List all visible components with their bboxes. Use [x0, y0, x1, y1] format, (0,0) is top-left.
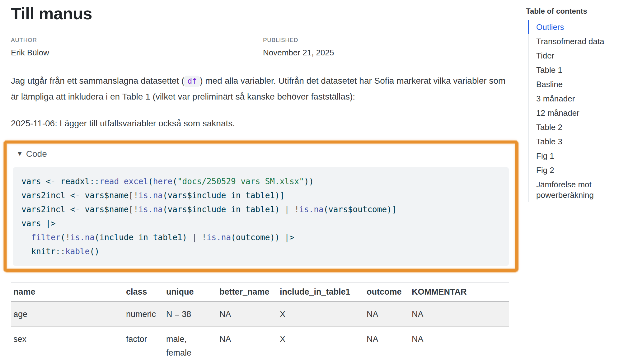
toc-link-3-manader[interactable]: 3 månader: [529, 91, 624, 106]
toc-item-table-2: Table 2: [529, 120, 624, 134]
code-line: knitr::kable(): [21, 245, 500, 259]
toc-link-transofmerad-data[interactable]: Transofmerad data: [529, 34, 624, 49]
code-line: vars2incl <- vars$name[!is.na(vars$inclu…: [21, 189, 500, 203]
cell-class: numeric: [124, 302, 164, 327]
table-header-row: name class unique better_name include_in…: [11, 283, 509, 302]
toc-link-12-manader[interactable]: 12 månader: [529, 106, 624, 120]
column-header-kommentar: KOMMENTAR: [409, 283, 509, 302]
variables-table: name class unique better_name include_in…: [11, 282, 509, 364]
author-label: AUTHOR: [11, 37, 263, 44]
toc-item-fig-2: Fig 2: [529, 163, 624, 177]
toc-item-basline: Basline: [529, 77, 624, 91]
collapse-triangle-icon: ▼: [16, 150, 23, 157]
author-block: AUTHOR Erik Bülow: [11, 37, 263, 58]
code-line: vars2incl <- vars$name[!is.na(vars$inclu…: [21, 203, 500, 217]
cell-name: sex: [11, 327, 124, 364]
published-block: PUBLISHED November 21, 2025: [263, 37, 334, 58]
toc-item-12-manader: 12 månader: [529, 106, 624, 120]
code-fold-label: Code: [26, 149, 47, 159]
toc-item-fig-1: Fig 1: [529, 149, 624, 163]
cell-class: factor: [124, 327, 164, 364]
main-content: Till manus AUTHOR Erik Bülow PUBLISHED N…: [11, 0, 509, 364]
column-header-class: class: [124, 283, 164, 302]
code-line: vars |>: [21, 217, 500, 231]
cell-outcome: NA: [364, 302, 409, 327]
intro-paragraph: Jag utgår från ett sammanslagna datasett…: [11, 73, 509, 105]
toc-link-table-1[interactable]: Table 1: [529, 63, 624, 77]
toc-item-tider: Tider: [529, 49, 624, 63]
orange-annotation-box: ▼Code vars <- readxl::read_excel(here("d…: [4, 141, 518, 272]
published-label: PUBLISHED: [263, 37, 334, 44]
document-metadata: AUTHOR Erik Bülow PUBLISHED November 21,…: [11, 37, 509, 58]
toc-item-transofmerad-data: Transofmerad data: [529, 34, 624, 49]
cell-kommentar: NA: [409, 327, 509, 364]
toc-list: Outliers Transofmerad data Tider Table 1…: [528, 20, 624, 202]
toc-link-fig-1[interactable]: Fig 1: [529, 149, 624, 163]
toc-item-table-3: Table 3: [529, 134, 624, 149]
toc-item-table-1: Table 1: [529, 63, 624, 77]
cell-kommentar: NA: [409, 302, 509, 327]
cell-include-in-table1: X: [277, 302, 364, 327]
toc-link-basline[interactable]: Basline: [529, 77, 624, 91]
code-fold-details: ▼Code vars <- readxl::read_excel(here("d…: [13, 149, 509, 266]
author-name: Erik Bülow: [11, 48, 263, 58]
column-header-name: name: [11, 283, 124, 302]
code-line: filter(!is.na(include_in_table1) | !is.n…: [21, 231, 500, 245]
cell-better-name: NA: [217, 302, 277, 327]
published-date: November 21, 2025: [263, 48, 334, 58]
column-header-outcome: outcome: [364, 283, 409, 302]
code-fold-toggle[interactable]: ▼Code: [16, 149, 509, 159]
toc-link-outliers[interactable]: Outliers: [528, 20, 624, 34]
column-header-better-name: better_name: [217, 283, 277, 302]
cell-include-in-table1: X: [277, 327, 364, 364]
toc-item-3-manader: 3 månader: [529, 91, 624, 106]
cell-outcome: NA: [364, 327, 409, 364]
r-code-block: vars <- readxl::read_excel(here("docs/25…: [13, 167, 509, 266]
cell-name: age: [11, 302, 124, 327]
intro-text-before: Jag utgår från ett sammanslagna datasett…: [11, 76, 184, 86]
inline-code-df: df: [184, 76, 200, 87]
cell-better-name: NA: [217, 327, 277, 364]
note-paragraph: 2025-11-06: Lägger till utfallsvariabler…: [11, 116, 509, 131]
toc-link-table-3[interactable]: Table 3: [529, 134, 624, 149]
toc-link-fig-2[interactable]: Fig 2: [529, 163, 624, 177]
cell-unique: male, female: [164, 327, 217, 364]
toc-link-jamforelse[interactable]: Jämförelse mot powerberäkning: [529, 177, 624, 202]
column-header-unique: unique: [164, 283, 217, 302]
table-of-contents: Table of contents Outliers Transofmerad …: [526, 7, 624, 202]
page-title: Till manus: [11, 4, 509, 23]
toc-item-jamforelse: Jämförelse mot powerberäkning: [529, 177, 624, 202]
toc-link-table-2[interactable]: Table 2: [529, 120, 624, 134]
toc-title: Table of contents: [526, 7, 624, 16]
table-row-age: age numeric N = 38 NA X NA NA: [11, 302, 509, 327]
toc-link-tider[interactable]: Tider: [529, 49, 624, 63]
code-line: vars <- readxl::read_excel(here("docs/25…: [21, 175, 500, 189]
table-row-sex: sex factor male, female NA X NA NA: [11, 327, 509, 364]
column-header-include-in-table1: include_in_table1: [277, 283, 364, 302]
toc-item-outliers: Outliers: [529, 20, 624, 34]
cell-unique: N = 38: [164, 302, 217, 327]
